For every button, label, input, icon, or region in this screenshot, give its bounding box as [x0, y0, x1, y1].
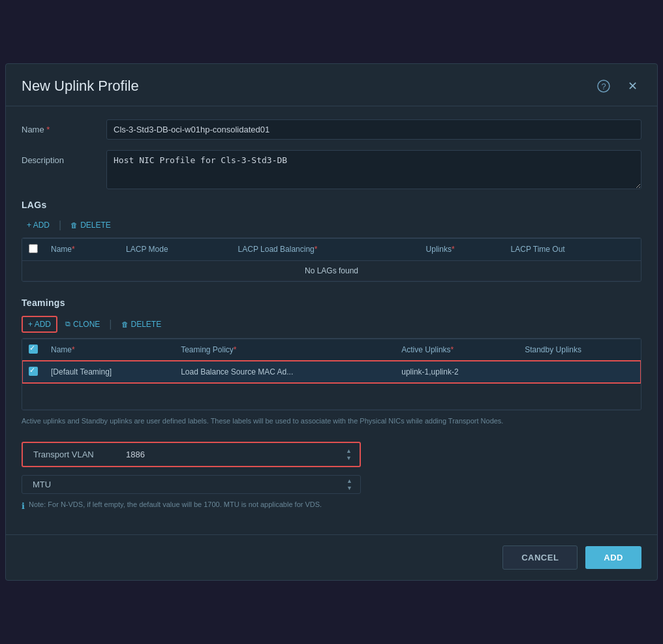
- dialog-footer: CANCEL ADD: [6, 534, 657, 580]
- teamings-toolbar: + ADD ⧉ CLONE | 🗑 DELETE: [22, 316, 641, 333]
- mtu-label: MTU: [22, 476, 120, 493]
- lags-col-timeout: LACP Time Out: [504, 238, 641, 260]
- teamings-table: Name* Teaming Policy* Active Uplinks* St…: [22, 339, 641, 410]
- transport-vlan-row: Transport VLAN ▲ ▼: [22, 442, 361, 467]
- teamings-note: Active uplinks and Standby uplinks are u…: [22, 416, 641, 427]
- close-button[interactable]: ✕: [623, 77, 641, 95]
- svg-text:?: ?: [601, 82, 606, 91]
- mtu-down-arrow[interactable]: ▼: [344, 485, 355, 492]
- transport-vlan-down-arrow[interactable]: ▼: [343, 455, 354, 462]
- teamings-row-0-checkbox[interactable]: [22, 361, 44, 383]
- lags-toolbar: + ADD | 🗑 DELETE: [22, 218, 641, 232]
- lags-col-uplinks: Uplinks*: [420, 238, 504, 260]
- cancel-button[interactable]: CANCEL: [502, 545, 578, 570]
- teamings-col-active-uplinks: Active Uplinks*: [395, 339, 518, 361]
- mtu-up-arrow[interactable]: ▲: [344, 478, 355, 485]
- transport-vlan-label: Transport VLAN: [23, 446, 121, 463]
- teamings-delete-button[interactable]: 🗑 DELETE: [116, 317, 167, 331]
- teamings-clone-button[interactable]: ⧉ CLONE: [60, 317, 105, 331]
- info-icon: ℹ: [22, 501, 25, 511]
- teamings-title: Teamings: [22, 298, 641, 308]
- mtu-note-text: Note: For N-VDS, if left empty, the defa…: [29, 500, 322, 508]
- teamings-add-button[interactable]: + ADD: [22, 316, 57, 333]
- description-input[interactable]: Host NIC Profile for Cls-3-Std3-DB: [106, 150, 641, 189]
- lags-table-wrapper: Name* LACP Mode LACP Load Balancing* Upl…: [22, 238, 641, 282]
- name-input[interactable]: [106, 119, 641, 140]
- lags-no-data-row: No LAGs found: [22, 260, 641, 281]
- teamings-col-standby-uplinks: Standby Uplinks: [518, 339, 641, 361]
- mtu-note-container: ℹ Note: For N-VDS, if left empty, the de…: [22, 500, 641, 511]
- lags-table: Name* LACP Mode LACP Load Balancing* Upl…: [22, 238, 641, 281]
- mtu-container: MTU ▲ ▼: [22, 475, 361, 494]
- teamings-row-0[interactable]: [Default Teaming] Load Balance Source MA…: [22, 361, 641, 383]
- lags-add-button[interactable]: + ADD: [22, 218, 55, 232]
- add-button[interactable]: ADD: [585, 546, 641, 569]
- lags-col-lacp-lb: LACP Load Balancing*: [232, 238, 420, 260]
- lags-select-all-checkbox[interactable]: [29, 244, 38, 253]
- lags-no-data: No LAGs found: [22, 260, 641, 281]
- name-label: Name *: [22, 119, 106, 134]
- description-row: Description Host NIC Profile for Cls-3-S…: [22, 150, 641, 189]
- lags-col-checkbox: [22, 238, 44, 260]
- teamings-table-wrapper: Name* Teaming Policy* Active Uplinks* St…: [22, 338, 641, 410]
- name-row: Name *: [22, 119, 641, 140]
- lags-col-lacp-mode: LACP Mode: [119, 238, 232, 260]
- teamings-col-name: Name*: [44, 339, 174, 361]
- teamings-col-checkbox: [22, 339, 44, 361]
- dialog-title: New Uplink Profile: [22, 78, 139, 95]
- help-button[interactable]: ?: [594, 77, 613, 95]
- description-label: Description: [22, 150, 106, 165]
- clone-icon: ⧉: [65, 320, 70, 328]
- mtu-input[interactable]: [120, 476, 344, 493]
- lags-section: LAGs + ADD | 🗑 DELETE: [22, 200, 641, 282]
- dialog-header: New Uplink Profile ? ✕: [6, 64, 657, 106]
- lags-delete-button[interactable]: 🗑 DELETE: [65, 218, 116, 232]
- teamings-row-0-policy: Load Balance Source MAC Ad...: [174, 361, 395, 383]
- header-icons: ? ✕: [594, 77, 641, 95]
- mtu-spinner: ▲ ▼: [344, 478, 355, 492]
- teamings-section: Teamings + ADD ⧉ CLONE | 🗑 DELETE: [22, 298, 641, 427]
- lags-title: LAGs: [22, 200, 641, 210]
- teamings-row-0-active-uplinks: uplink-1,uplink-2: [395, 361, 518, 383]
- teamings-select-all-checkbox[interactable]: [29, 345, 38, 354]
- new-uplink-profile-dialog: New Uplink Profile ? ✕ Name * Descriptio…: [5, 63, 658, 581]
- teamings-empty-row: [22, 383, 641, 409]
- teamings-col-policy: Teaming Policy*: [174, 339, 395, 361]
- trash-icon-teamings: 🗑: [121, 320, 129, 328]
- lags-col-name: Name*: [44, 238, 119, 260]
- dialog-body: Name * Description Host NIC Profile for …: [6, 106, 657, 535]
- trash-icon: 🗑: [70, 221, 78, 229]
- transport-vlan-input[interactable]: [121, 446, 343, 463]
- transport-vlan-up-arrow[interactable]: ▲: [343, 448, 354, 455]
- teamings-row-0-name: [Default Teaming]: [44, 361, 174, 383]
- teamings-row-0-standby-uplinks: [518, 361, 641, 383]
- transport-vlan-spinner: ▲ ▼: [343, 448, 354, 462]
